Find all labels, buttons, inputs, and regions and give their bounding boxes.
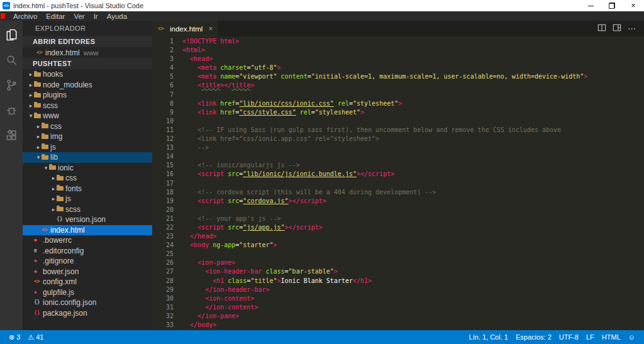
project-header[interactable]: PUSHTEST [23,58,152,69]
code-line-6[interactable]: 6 <title></title> [152,81,644,90]
window-title: index.html - pushTest - Visual Studio Co… [13,2,580,9]
tree-item-label: .bowerrc [43,236,72,245]
code-line-21[interactable]: 21 <!-- your app's js --> [152,214,644,223]
activity-extensions-icon[interactable] [0,123,23,148]
code-line-32[interactable]: 32 </ion-pane> [152,312,644,321]
menu-item-ver[interactable]: Ver [69,11,89,21]
file-version.json[interactable]: {}version.json [23,214,152,225]
line-number: 32 [152,312,174,321]
code-line-13[interactable]: 13 --> [152,143,644,152]
code-line-20[interactable]: 20 [152,206,644,214]
status-encoding[interactable]: UTF-8 [555,330,582,344]
tab-close-icon[interactable]: × [208,25,213,33]
code-line-9[interactable]: 9 <link href="css/style.css" rel="styles… [152,108,644,117]
code-line-3[interactable]: 3 <head> [152,55,644,64]
status-eol[interactable]: LF [582,330,598,344]
xml-file-icon: <> [34,279,43,285]
folder-css[interactable]: ▸css [23,173,152,184]
open-editor-index.html[interactable]: <>index.htmlwww [23,47,152,58]
restore-button[interactable] [601,0,623,11]
activity-debug-icon[interactable] [0,97,23,123]
folder-node_modules[interactable]: ▸node_modules [23,80,152,91]
folder-js[interactable]: ▸js [23,194,152,204]
file-gulpfile.js[interactable]: ◆gulpfile.js [23,287,152,298]
file-index.html[interactable]: <>index.html [23,225,152,236]
activity-source-control-icon[interactable] [0,72,23,97]
warnings-indicator[interactable]: ⚠41 [24,330,47,344]
file-ionic.config.json[interactable]: {}ionic.config.json [23,297,152,308]
folder-js[interactable]: ▸js [23,142,152,153]
folder-hooks[interactable]: ▸hooks [23,69,152,80]
file-.gitignore[interactable]: ◆.gitignore [23,256,152,267]
menu-item-editar[interactable]: Editar [42,11,69,21]
code-line-1[interactable]: 1<!DOCTYPE html> [152,37,644,46]
bower-file-icon: ◆ [34,269,43,275]
code-line-14[interactable]: 14 [152,152,644,161]
open-editors-header[interactable]: ABRIR EDITORES [23,36,152,47]
code-text: <!-- cordova script (this will be a 404 … [182,188,436,197]
code-line-30[interactable]: 30 <ion-content> [152,294,644,303]
folder-lib[interactable]: ▾lib [23,152,152,163]
code-line-22[interactable]: 22 <script src="js/app.js"></script> [152,223,644,232]
title-bar: <> index.html - pushTest - Visual Studio… [0,0,644,11]
code-line-8[interactable]: 8 <link href="lib/ionic/css/ionic.css" r… [152,99,644,108]
code-line-2[interactable]: 2<html> [152,46,644,55]
activity-search-icon[interactable] [0,47,23,72]
tab-index.html[interactable]: <>index.html× [152,21,219,36]
errors-indicator[interactable]: ⊗3 [5,330,24,344]
folder-scss[interactable]: ▸scss [23,204,152,215]
split-editor-icon[interactable] [597,23,606,35]
folder-img[interactable]: ▸img [23,131,152,142]
npm-file-icon: {} [34,310,43,316]
code-line-29[interactable]: 29 </ion-header-bar> [152,286,644,294]
menu-item-archivo[interactable]: Archivo [9,11,42,21]
file-bower.json[interactable]: ◆bower.json [23,267,152,277]
code-line-11[interactable]: 11 <!-- IF using Sass (run gulp sass fir… [152,126,644,135]
folder-www[interactable]: ▾www [23,111,152,121]
folder-scss[interactable]: ▸scss [23,101,152,111]
code-line-16[interactable]: 16 <script src="lib/ionic/js/ionic.bundl… [152,170,644,179]
code-line-24[interactable]: 24 <body ng-app="starter"> [152,241,644,250]
activity-explorer-icon[interactable] [0,22,23,47]
tree-item-label: index.html [50,226,85,235]
status-language-mode[interactable]: HTML [598,330,625,344]
file-package.json[interactable]: {}package.json [23,308,152,319]
folder-ionic[interactable]: ▾ionic [23,163,152,174]
chevron-right-icon: ▸ [50,196,57,202]
editor-layout-icon[interactable] [613,23,621,35]
folder-css[interactable]: ▸css [23,121,152,132]
feedback-smiley-icon[interactable]: ☺ [625,330,639,344]
code-line-18[interactable]: 18 <!-- cordova script (this will be a 4… [152,188,644,197]
code-line-15[interactable]: 15 <!-- ionic/angularjs js --> [152,161,644,170]
code-editor[interactable]: 1<!DOCTYPE html>2<html>3 <head>4 <meta c… [152,36,644,330]
folder-fonts[interactable]: ▸fonts [23,184,152,194]
code-line-28[interactable]: 28 <h1 class="title">Ionic Blank Starter… [152,277,644,286]
tabs: <>index.html× [152,21,219,36]
code-line-4[interactable]: 4 <meta charset="utf-8"> [152,64,644,72]
status-cursor-position[interactable]: Lín. 1, Col. 1 [465,330,512,344]
tree-item-label: js [65,194,71,203]
code-line-27[interactable]: 27 <ion-header-bar class="bar-stable"> [152,267,644,276]
file-config.xml[interactable]: <>config.xml [23,277,152,287]
code-line-17[interactable]: 17 [152,179,644,188]
close-button[interactable]: × [623,0,644,11]
code-line-33[interactable]: 33 </body> [152,321,644,330]
code-line-7[interactable]: 7 [152,91,644,99]
code-line-25[interactable]: 25 [152,250,644,258]
code-line-19[interactable]: 19 <script src="cordova.js"></script> [152,197,644,206]
tree-item-label: ionic [58,164,74,172]
status-indentation[interactable]: Espacios: 2 [512,330,555,344]
minimize-button[interactable] [580,0,601,11]
code-line-12[interactable]: 12 <link href="css/ionic.app.css" rel="s… [152,135,644,143]
more-actions-icon[interactable]: ⋯ [628,24,636,33]
menu-item-ir[interactable]: Ir [89,11,103,21]
code-line-23[interactable]: 23 </head> [152,232,644,241]
file-.bowerrc[interactable]: ◆.bowerrc [23,235,152,246]
code-line-31[interactable]: 31 </ion-content> [152,303,644,312]
code-line-5[interactable]: 5 <meta name="viewport" content="initial… [152,72,644,81]
file-.editorconfig[interactable]: ≡.editorconfig [23,246,152,257]
code-line-10[interactable]: 10 [152,117,644,126]
code-line-26[interactable]: 26 <ion-pane> [152,258,644,267]
menu-item-ayuda[interactable]: Ayuda [103,11,131,21]
folder-plugins[interactable]: ▸plugins [23,90,152,101]
